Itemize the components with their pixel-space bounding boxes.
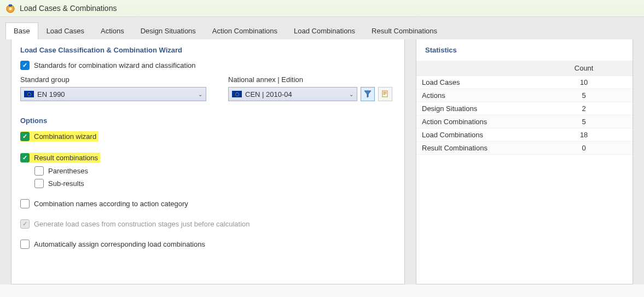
tab-load-cases[interactable]: Load Cases	[38, 22, 92, 39]
table-row: Design Situations 2	[416, 102, 633, 115]
standard-group-dropdown[interactable]: EN 1990 ⌄	[20, 87, 206, 101]
tab-load-combinations[interactable]: Load Combinations	[286, 22, 363, 39]
app-icon	[5, 3, 15, 13]
svg-point-2	[9, 8, 12, 10]
tab-base[interactable]: Base	[5, 22, 38, 39]
annex-dropdown[interactable]: CEN | 2010-04 ⌄	[228, 87, 357, 101]
svg-rect-3	[382, 91, 387, 97]
options-title: Options	[20, 117, 396, 125]
table-row: Load Cases 10	[416, 76, 633, 89]
stats-header-blank	[416, 61, 535, 76]
combination-names-label: Combination names according to action ca…	[34, 200, 188, 208]
chevron-down-icon: ⌄	[198, 91, 202, 97]
sub-results-checkbox[interactable]	[34, 179, 44, 188]
eu-flag-icon	[232, 91, 242, 97]
window-header: Load Cases & Combinations	[0, 0, 644, 17]
combination-wizard-checkbox[interactable]	[20, 132, 30, 141]
window-title: Load Cases & Combinations	[20, 4, 117, 13]
svg-rect-4	[384, 92, 387, 92]
auto-assign-checkbox[interactable]	[20, 240, 30, 249]
settings-button[interactable]	[378, 87, 392, 101]
standards-label: Standards for combination wizard and cla…	[34, 61, 196, 69]
wizard-title: Load Case Classification & Combination W…	[20, 46, 396, 54]
annex-label: National annex | Edition	[228, 75, 392, 84]
table-row: Action Combinations 5	[416, 115, 633, 129]
panel-statistics: Statistics Count Load Cases 10 Actions	[416, 39, 633, 284]
generate-load-cases-checkbox	[20, 219, 30, 229]
parentheses-checkbox[interactable]	[34, 166, 44, 176]
table-row: Load Combinations 18	[416, 129, 633, 142]
result-combinations-label: Result combinations	[34, 154, 98, 162]
auto-assign-label: Automatically assign corresponding load …	[34, 240, 205, 248]
statistics-table: Count Load Cases 10 Actions 5 Design Sit…	[416, 61, 633, 155]
combination-wizard-label: Combination wizard	[34, 132, 96, 141]
tab-result-combinations[interactable]: Result Combinations	[363, 22, 445, 39]
funnel-icon	[364, 90, 372, 98]
filter-button[interactable]	[361, 87, 375, 101]
table-row: Result Combinations 0	[416, 142, 633, 155]
tabstrip: Base Load Cases Actions Design Situation…	[5, 22, 639, 39]
parentheses-label: Parentheses	[48, 167, 88, 175]
standards-checkbox[interactable]	[20, 61, 30, 70]
annex-value: CEN | 2010-04	[245, 90, 346, 98]
stats-header-count: Count	[535, 61, 633, 76]
tab-action-combinations[interactable]: Action Combinations	[204, 22, 286, 39]
svg-rect-1	[9, 4, 12, 7]
svg-rect-6	[384, 94, 386, 95]
chevron-down-icon: ⌄	[349, 91, 353, 97]
result-combinations-checkbox[interactable]	[20, 153, 30, 162]
generate-load-cases-label: Generate load cases from construction st…	[34, 220, 250, 228]
tab-design-situations[interactable]: Design Situations	[132, 22, 204, 39]
panel-main: Load Case Classification & Combination W…	[11, 39, 405, 284]
document-icon	[381, 90, 389, 98]
standard-group-label: Standard group	[20, 75, 206, 84]
statistics-title: Statistics	[416, 46, 633, 54]
table-row: Actions 5	[416, 89, 633, 102]
tab-actions[interactable]: Actions	[92, 22, 132, 39]
eu-flag-icon	[24, 91, 34, 97]
combination-names-checkbox[interactable]	[20, 199, 30, 208]
standard-group-value: EN 1990	[37, 90, 195, 98]
svg-rect-5	[384, 93, 387, 94]
sub-results-label: Sub-results	[48, 179, 84, 188]
